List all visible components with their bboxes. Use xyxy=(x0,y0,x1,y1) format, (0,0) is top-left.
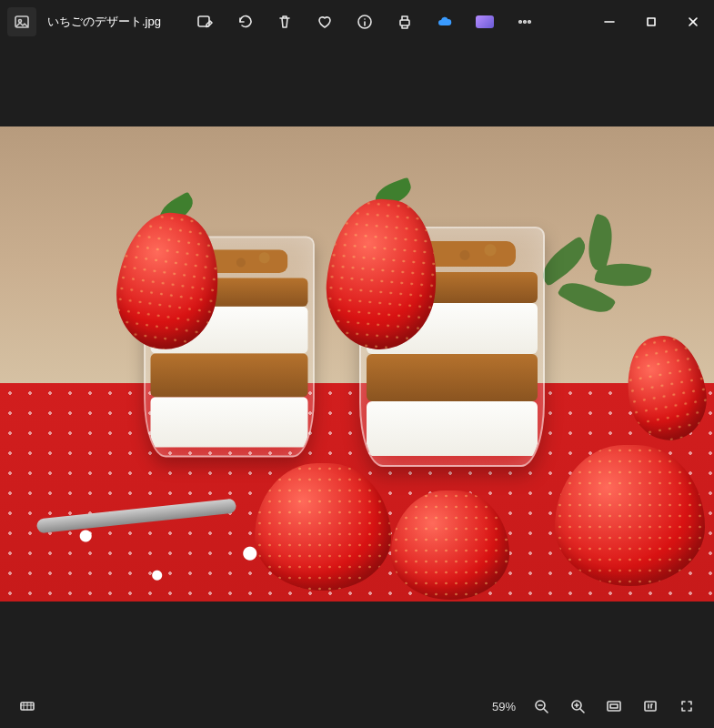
image-icon xyxy=(14,14,30,30)
zoom-in-icon xyxy=(569,698,586,714)
rotate-icon xyxy=(236,14,253,30)
print-button[interactable] xyxy=(387,4,423,40)
trash-icon xyxy=(277,14,293,30)
fullscreen-button[interactable] xyxy=(670,690,703,723)
svg-point-1 xyxy=(19,20,22,23)
maximize-button[interactable] xyxy=(630,7,672,36)
zoom-out-icon xyxy=(533,698,549,714)
actual-size-icon xyxy=(642,698,659,714)
filmstrip-icon xyxy=(19,698,35,714)
svg-point-5 xyxy=(519,21,522,24)
close-icon xyxy=(685,14,701,30)
status-bar: 59% xyxy=(0,684,714,728)
info-icon xyxy=(357,14,373,30)
title-bar: いちごのデザート.jpg xyxy=(0,0,714,44)
image-viewport[interactable] xyxy=(0,44,714,684)
svg-rect-2 xyxy=(198,16,209,26)
edit-image-button[interactable] xyxy=(186,4,223,40)
svg-rect-8 xyxy=(648,18,655,25)
filmstrip-toggle-button[interactable] xyxy=(11,690,44,723)
more-button[interactable] xyxy=(507,4,543,40)
zoom-out-button[interactable] xyxy=(525,690,558,723)
svg-rect-4 xyxy=(400,20,409,25)
svg-rect-12 xyxy=(608,702,620,711)
minimize-button[interactable] xyxy=(588,7,630,36)
print-icon xyxy=(397,14,413,30)
svg-point-7 xyxy=(528,21,531,24)
more-icon xyxy=(517,14,533,30)
file-thumbnail xyxy=(7,7,36,36)
clipchamp-button[interactable] xyxy=(467,4,503,40)
file-name: いちごのデザート.jpg xyxy=(47,14,161,30)
zoom-level[interactable]: 59% xyxy=(487,700,521,713)
actual-size-button[interactable] xyxy=(634,690,667,723)
minimize-icon xyxy=(601,14,618,30)
favorite-button[interactable] xyxy=(307,4,343,40)
cloud-backup-button[interactable] xyxy=(427,4,463,40)
fit-to-window-icon xyxy=(606,698,622,714)
edit-image-icon xyxy=(196,14,213,30)
svg-point-6 xyxy=(524,21,527,24)
fullscreen-icon xyxy=(679,698,695,714)
window-controls xyxy=(588,7,714,36)
displayed-image xyxy=(0,126,714,602)
fit-to-window-button[interactable] xyxy=(598,690,630,723)
clipchamp-icon xyxy=(476,15,494,28)
rotate-button[interactable] xyxy=(226,4,263,40)
maximize-icon xyxy=(643,14,659,30)
close-button[interactable] xyxy=(672,7,714,36)
zoom-in-button[interactable] xyxy=(561,690,594,723)
info-button[interactable] xyxy=(347,4,383,40)
svg-rect-13 xyxy=(610,704,618,708)
heart-icon xyxy=(317,14,333,30)
svg-rect-14 xyxy=(645,702,656,711)
cloud-icon xyxy=(437,14,453,30)
delete-button[interactable] xyxy=(266,4,303,40)
